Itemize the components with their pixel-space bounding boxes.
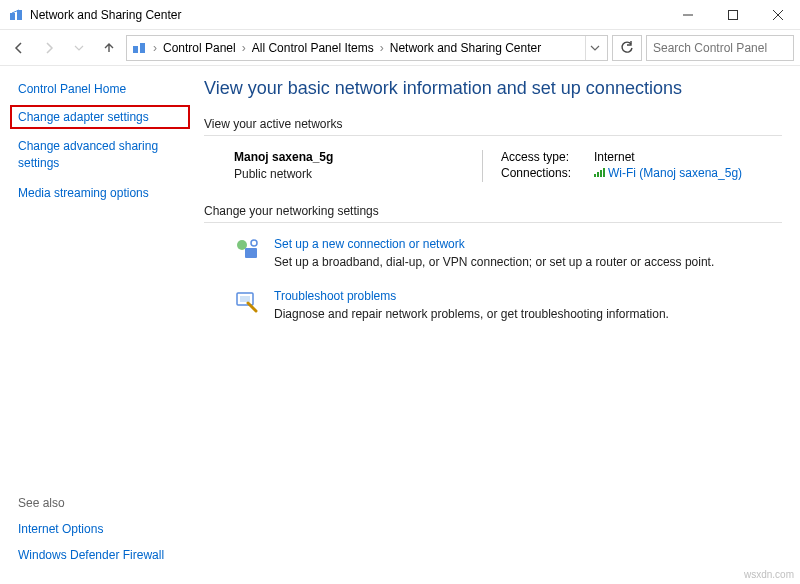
sidebar: Control Panel Home Change adapter settin…	[0, 66, 196, 584]
svg-rect-6	[133, 46, 138, 53]
breadcrumb[interactable]: › Control Panel › All Control Panel Item…	[126, 35, 608, 61]
troubleshoot-item: Troubleshoot problems Diagnose and repai…	[234, 289, 782, 321]
svg-rect-1	[17, 10, 22, 20]
chevron-right-icon[interactable]: ›	[240, 41, 248, 55]
search-box[interactable]	[646, 35, 794, 61]
up-button[interactable]	[96, 35, 122, 61]
chevron-right-icon[interactable]: ›	[378, 41, 386, 55]
vertical-divider	[482, 150, 483, 182]
see-also-label: See also	[18, 496, 182, 510]
media-streaming-options-link[interactable]: Media streaming options	[18, 186, 182, 200]
svg-rect-14	[240, 296, 250, 302]
page-title: View your basic network information and …	[204, 78, 782, 99]
breadcrumb-item[interactable]: Control Panel	[161, 41, 238, 55]
connections-label: Connections:	[501, 166, 586, 180]
refresh-button[interactable]	[612, 35, 642, 61]
windows-defender-firewall-link[interactable]: Windows Defender Firewall	[18, 548, 182, 562]
change-settings-label: Change your networking settings	[204, 204, 782, 218]
breadcrumb-item[interactable]: Network and Sharing Center	[388, 41, 543, 55]
access-type-value: Internet	[594, 150, 635, 164]
troubleshoot-desc: Diagnose and repair network problems, or…	[274, 307, 669, 321]
forward-button[interactable]	[36, 35, 62, 61]
active-networks-label: View your active networks	[204, 117, 782, 131]
watermark: wsxdn.com	[744, 569, 794, 580]
close-button[interactable]	[755, 0, 800, 30]
network-type: Public network	[234, 167, 482, 181]
breadcrumb-dropdown[interactable]	[585, 36, 603, 60]
content-area: View your basic network information and …	[196, 66, 800, 584]
svg-rect-11	[245, 248, 257, 258]
control-panel-icon	[131, 40, 147, 56]
breadcrumb-item[interactable]: All Control Panel Items	[250, 41, 376, 55]
title-bar: Network and Sharing Center	[0, 0, 800, 30]
svg-point-12	[251, 240, 257, 246]
svg-rect-3	[728, 10, 737, 19]
chevron-right-icon[interactable]: ›	[151, 41, 159, 55]
recent-dropdown[interactable]	[66, 35, 92, 61]
access-type-label: Access type:	[501, 150, 586, 164]
troubleshoot-icon	[234, 289, 260, 315]
setup-connection-icon	[234, 237, 260, 263]
setup-connection-item: Set up a new connection or network Set u…	[234, 237, 782, 269]
divider	[204, 135, 782, 136]
app-icon	[8, 7, 24, 23]
active-network-row: Manoj saxena_5g Public network Access ty…	[234, 150, 782, 182]
svg-rect-0	[10, 13, 15, 20]
svg-rect-7	[140, 43, 145, 53]
setup-connection-link[interactable]: Set up a new connection or network	[274, 237, 714, 251]
main-area: Control Panel Home Change adapter settin…	[0, 66, 800, 584]
internet-options-link[interactable]: Internet Options	[18, 522, 182, 536]
see-also-section: See also Internet Options Windows Defend…	[18, 496, 182, 574]
network-name: Manoj saxena_5g	[234, 150, 482, 164]
divider	[204, 222, 782, 223]
address-bar: › Control Panel › All Control Panel Item…	[0, 30, 800, 66]
control-panel-home-link[interactable]: Control Panel Home	[18, 82, 182, 96]
change-advanced-sharing-link[interactable]: Change advanced sharing settings	[18, 138, 182, 172]
search-input[interactable]	[653, 41, 800, 55]
connection-link[interactable]: Wi-Fi (Manoj saxena_5g)	[594, 166, 742, 180]
maximize-button[interactable]	[710, 0, 755, 30]
minimize-button[interactable]	[665, 0, 710, 30]
change-adapter-settings-link[interactable]: Change adapter settings	[10, 105, 190, 129]
troubleshoot-link[interactable]: Troubleshoot problems	[274, 289, 669, 303]
wifi-signal-icon	[594, 168, 605, 177]
setup-connection-desc: Set up a broadband, dial-up, or VPN conn…	[274, 255, 714, 269]
back-button[interactable]	[6, 35, 32, 61]
window-title: Network and Sharing Center	[30, 8, 665, 22]
